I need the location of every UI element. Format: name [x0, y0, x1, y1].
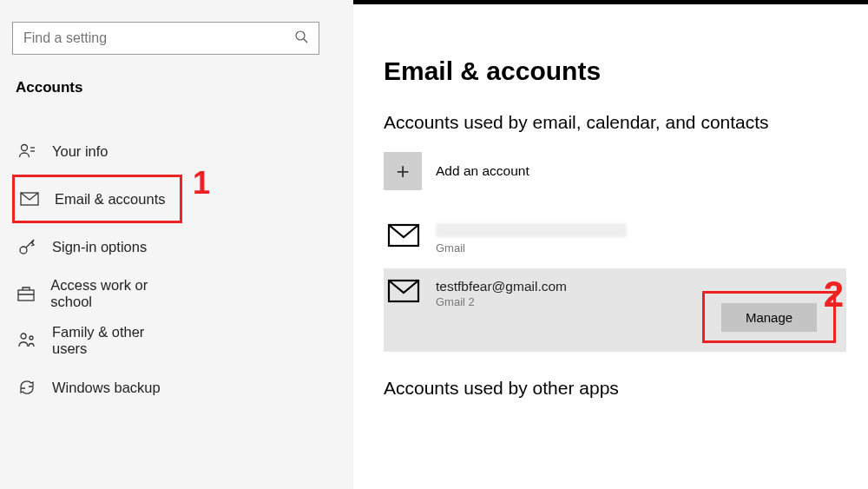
manage-button[interactable]: Manage [721, 303, 817, 332]
plus-icon: + [384, 152, 422, 190]
sidebar-item-label: Your info [52, 143, 108, 160]
annotation-highlight-2: Manage [702, 291, 836, 343]
main-content: Email & accounts Accounts used by email,… [353, 0, 868, 489]
sidebar-item-label: Sign-in options [52, 239, 147, 255]
sidebar-item-email-accounts[interactable]: Email & accounts [12, 175, 182, 223]
search-input-container[interactable] [12, 22, 319, 55]
account-row-1[interactable]: Gmail [384, 216, 868, 261]
account-provider: Gmail [436, 241, 627, 254]
svg-line-1 [304, 39, 307, 43]
sidebar-item-label: Family & other users [52, 324, 182, 357]
sidebar-item-access-work-school[interactable]: Access work or school [12, 270, 182, 317]
svg-point-9 [30, 336, 33, 340]
svg-rect-7 [18, 290, 34, 301]
redacted-email [436, 223, 627, 237]
sidebar-item-your-info[interactable]: Your info [12, 128, 182, 175]
svg-point-2 [22, 145, 28, 151]
svg-point-8 [21, 334, 26, 339]
family-icon [17, 331, 36, 350]
sidebar-item-label: Access work or school [50, 277, 182, 310]
person-icon [17, 142, 36, 161]
search-icon [294, 30, 308, 47]
svg-point-0 [296, 31, 305, 40]
sidebar-item-label: Email & accounts [55, 191, 165, 208]
section-heading: Accounts used by other apps [384, 378, 868, 399]
annotation-marker-2: 2 [824, 274, 844, 315]
sync-icon [17, 378, 36, 397]
mail-icon [387, 223, 420, 248]
account-provider: Gmail 2 [436, 295, 567, 308]
annotation-marker-1: 1 [193, 165, 210, 202]
sidebar-item-label: Windows backup [52, 380, 161, 396]
sidebar: Accounts Your info Email & accounts Sign… [0, 0, 353, 489]
add-account-button[interactable]: + Add an account [384, 152, 868, 190]
section-heading: Accounts used by email, calendar, and co… [384, 112, 868, 133]
mail-icon [387, 279, 420, 303]
search-input[interactable] [23, 30, 294, 46]
briefcase-icon [17, 284, 35, 303]
mail-icon [20, 189, 39, 208]
account-email: testfbfear@gmail.com [436, 279, 567, 294]
add-account-label: Add an account [436, 163, 529, 179]
sidebar-category-title: Accounts [16, 79, 345, 96]
svg-point-6 [20, 247, 27, 254]
key-icon [17, 237, 36, 256]
sidebar-item-windows-backup[interactable]: Windows backup [12, 364, 182, 411]
sidebar-item-family-users[interactable]: Family & other users [12, 317, 182, 364]
sidebar-item-signin-options[interactable]: Sign-in options [12, 223, 182, 270]
page-title: Email & accounts [384, 56, 868, 86]
account-row-2[interactable]: testfbfear@gmail.com Gmail 2 Manage [384, 268, 846, 352]
